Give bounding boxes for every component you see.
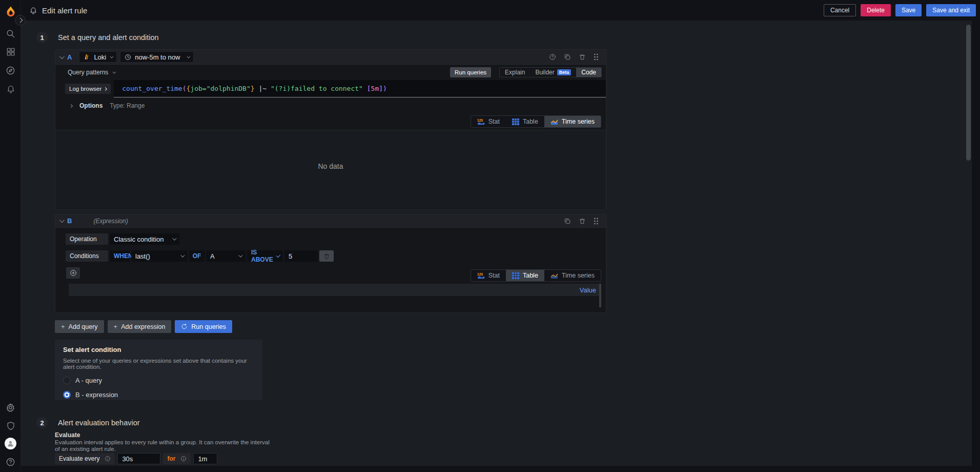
operation-label: Operation bbox=[66, 233, 108, 245]
time-series-icon bbox=[550, 119, 558, 125]
vis-toggle-b: 123 Stat Table Time series bbox=[471, 269, 601, 282]
search-icon[interactable] bbox=[0, 25, 21, 42]
profile-avatar[interactable] bbox=[0, 435, 21, 452]
options-expand-chevron[interactable] bbox=[69, 104, 73, 107]
query-help-icon[interactable] bbox=[549, 53, 556, 61]
evaluator-select[interactable]: IS ABOVE bbox=[247, 250, 283, 262]
duplicate-expression-icon[interactable] bbox=[564, 218, 571, 225]
admin-shield-icon[interactable] bbox=[0, 417, 21, 435]
step-1-number: 1 bbox=[36, 32, 48, 43]
time-series-icon bbox=[550, 272, 558, 279]
no-data-message: No data bbox=[55, 162, 606, 170]
expression-panel-b: B (Expression) Operation Classic conditi… bbox=[55, 214, 606, 313]
mode-builder[interactable]: Builder Beta bbox=[530, 68, 576, 77]
refresh-icon bbox=[181, 323, 188, 330]
vis-tab-table-b[interactable]: Table bbox=[506, 270, 544, 281]
run-queries-button[interactable]: Run queries bbox=[175, 320, 232, 333]
vis-tab-timeseries-a[interactable]: Time series bbox=[544, 116, 601, 127]
for-duration-input[interactable] bbox=[193, 453, 217, 464]
stat-icon: 123 bbox=[477, 119, 485, 125]
vis-tab-table-a[interactable]: Table bbox=[506, 116, 544, 127]
expression-kind-label: (Expression) bbox=[93, 218, 128, 225]
table-icon bbox=[512, 119, 519, 125]
operation-select[interactable]: Classic condition bbox=[110, 233, 179, 245]
vis-tab-timeseries-b[interactable]: Time series bbox=[544, 270, 601, 281]
evaluate-every-input[interactable] bbox=[117, 453, 160, 464]
radio-unselected-icon[interactable] bbox=[63, 377, 71, 384]
condition-option-b[interactable]: B - expression bbox=[63, 391, 254, 399]
evaluate-label: Evaluate bbox=[55, 431, 80, 439]
explore-compass-icon[interactable] bbox=[0, 62, 21, 79]
sidebar-expand-button[interactable] bbox=[15, 15, 26, 26]
condition-option-b-label: B - expression bbox=[75, 391, 118, 399]
condition-option-a-label: A - query bbox=[75, 377, 102, 384]
clock-icon bbox=[125, 54, 131, 61]
dashboards-icon[interactable] bbox=[0, 43, 21, 61]
alerting-bell-icon[interactable] bbox=[0, 80, 21, 97]
table-mini-scrollbar[interactable] bbox=[599, 284, 601, 307]
conditions-label: Conditions bbox=[66, 250, 108, 262]
section-2-title: Alert evaluation behavior bbox=[58, 419, 140, 427]
query-code-input[interactable]: count_over_time({job="dolphinDB"} |~ "(?… bbox=[114, 80, 606, 97]
remove-expression-trash-icon[interactable] bbox=[579, 218, 586, 225]
drag-handle-icon[interactable] bbox=[594, 218, 599, 225]
settings-gear-icon[interactable] bbox=[0, 399, 21, 416]
add-expression-button[interactable]: + Add expression bbox=[108, 320, 172, 333]
alert-rule-bell-icon bbox=[29, 6, 37, 14]
editor-mode-toggle: Explain Builder Beta Code bbox=[499, 67, 602, 77]
query-token: } bbox=[251, 85, 255, 92]
evaluate-every-label-box: Evaluate every bbox=[55, 453, 115, 464]
collapse-chevron-icon[interactable] bbox=[59, 218, 65, 223]
save-and-exit-button[interactable]: Save and exit bbox=[926, 4, 976, 16]
delete-button[interactable]: Delete bbox=[861, 4, 891, 16]
datasource-name: Loki bbox=[94, 53, 106, 61]
info-icon[interactable] bbox=[180, 456, 187, 462]
remove-query-trash-icon[interactable] bbox=[579, 53, 586, 61]
log-browser-button[interactable]: Log browser bbox=[65, 84, 111, 94]
query-token: [ bbox=[363, 85, 371, 92]
query-patterns-button[interactable]: Query patterns bbox=[68, 69, 115, 76]
time-range-value: now-5m to now bbox=[135, 53, 180, 61]
add-query-button[interactable]: + Add query bbox=[55, 320, 104, 333]
reducer-function-select[interactable]: last() bbox=[131, 250, 188, 262]
mode-code[interactable]: Code bbox=[576, 68, 601, 77]
condition-card-description: Select one of your queries or expression… bbox=[63, 358, 254, 370]
help-icon[interactable] bbox=[0, 453, 21, 470]
main-content: 1 Set a query and alert condition A Loki bbox=[21, 21, 972, 466]
vis-tab-stat-b[interactable]: 123 Stat bbox=[471, 270, 506, 281]
info-icon[interactable] bbox=[105, 456, 111, 462]
duplicate-query-icon[interactable] bbox=[564, 53, 571, 61]
radio-selected-icon[interactable] bbox=[63, 391, 71, 399]
step-2-number: 2 bbox=[36, 417, 48, 428]
evaluate-description: Evaluation interval applies to every rul… bbox=[55, 439, 270, 453]
threshold-input[interactable] bbox=[284, 250, 318, 262]
options-summary: Type: Range bbox=[110, 102, 145, 109]
table-icon bbox=[512, 272, 519, 279]
mode-explain[interactable]: Explain bbox=[500, 68, 530, 77]
condition-option-a[interactable]: A - query bbox=[63, 377, 254, 384]
condition-query-select[interactable]: A bbox=[206, 250, 246, 262]
query-token: "(?i)failed to connect" bbox=[271, 85, 363, 92]
add-condition-button[interactable] bbox=[66, 267, 80, 279]
datasource-picker[interactable]: Loki bbox=[79, 51, 117, 63]
query-token: ( bbox=[182, 85, 187, 92]
options-toggle[interactable]: Options bbox=[79, 102, 103, 109]
drag-handle-icon[interactable] bbox=[594, 53, 599, 61]
cancel-button[interactable]: Cancel bbox=[824, 4, 856, 16]
vis-tab-stat-a[interactable]: 123 Stat bbox=[471, 116, 506, 127]
of-label: OF bbox=[189, 250, 205, 262]
save-button[interactable]: Save bbox=[895, 4, 922, 16]
remove-condition-button[interactable] bbox=[319, 250, 334, 262]
for-label: for bbox=[167, 455, 175, 462]
run-queries-small-button[interactable]: Run queries bbox=[450, 67, 491, 77]
value-column-header[interactable]: Value bbox=[580, 286, 596, 294]
time-range-picker[interactable]: now-5m to now bbox=[120, 51, 194, 63]
plus-icon: + bbox=[114, 323, 118, 330]
beta-badge: Beta bbox=[557, 69, 571, 75]
query-ref-label: A bbox=[67, 53, 72, 61]
vertical-scrollbar[interactable] bbox=[966, 25, 971, 161]
collapse-chevron-icon[interactable] bbox=[59, 54, 65, 59]
query-token: |~ bbox=[255, 85, 271, 92]
section-1-title: Set a query and alert condition bbox=[58, 33, 159, 42]
condition-card-title: Set alert condition bbox=[63, 346, 254, 353]
